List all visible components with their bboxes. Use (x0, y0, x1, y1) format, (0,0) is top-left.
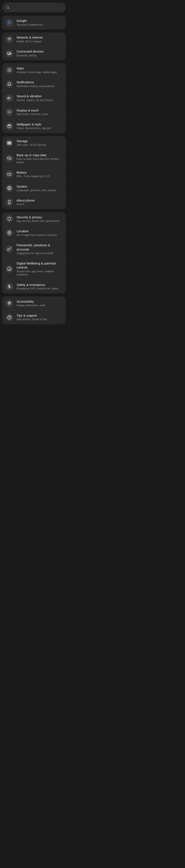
item-title: Accessibility (17, 300, 46, 304)
item-subtitle: Suggestions for sign-in & autofill (17, 252, 62, 255)
shield-icon (5, 215, 13, 223)
item-subtitle: Bluetooth, pairing (17, 54, 44, 57)
gear-icon (5, 184, 13, 192)
settings-group-security-location: Security & privacyApp security, device l… (2, 212, 66, 293)
settings-item-backup[interactable]: Back up or copy dataBack up data, bring … (2, 150, 66, 167)
item-subtitle: Mobile, Wi-Fi, hotspot (17, 40, 43, 43)
item-subtitle: Help articles, phone & chat (17, 318, 47, 321)
google-icon: G (5, 19, 13, 27)
settings-item-connected[interactable]: Connected devicesBluetooth, pairing (2, 46, 66, 60)
svg-rect-21 (8, 142, 11, 142)
settings-item-notifications[interactable]: NotificationsNotification history, conve… (2, 77, 66, 91)
storage-icon (5, 139, 13, 147)
volume-icon (5, 94, 13, 102)
svg-point-35 (9, 302, 9, 302)
settings-item-system[interactable]: SystemLanguages, gestures, time, backup (2, 181, 66, 195)
svg-point-9 (8, 70, 8, 70)
settings-item-tips[interactable]: Tips & supportHelp articles, phone & cha… (2, 310, 66, 324)
item-title: Safety & emergency (17, 283, 58, 287)
item-title: Sound & vibration (17, 94, 53, 98)
item-title: Tips & support (17, 313, 47, 318)
item-title: About phone (17, 198, 34, 203)
svg-point-11 (10, 70, 11, 70)
svg-point-28 (9, 203, 9, 204)
search-icon (6, 5, 10, 9)
svg-point-29 (9, 232, 10, 233)
item-title: Battery (17, 170, 50, 175)
item-title: Location (17, 229, 57, 233)
svg-point-6 (8, 68, 8, 69)
apps-icon (5, 66, 13, 74)
svg-point-10 (9, 70, 9, 70)
item-subtitle: 93% - Fully charged by 15:15 (17, 175, 50, 178)
svg-rect-23 (8, 144, 11, 144)
phone-icon (5, 198, 13, 206)
item-subtitle: Back up data, bring data from another de… (17, 157, 62, 164)
settings-item-passwords[interactable]: Passwords, passkeys & accountsSuggestion… (2, 240, 66, 258)
svg-point-26 (9, 188, 10, 189)
settings-item-display[interactable]: Display & touchDark theme, font size, to… (2, 105, 66, 119)
settings-item-security[interactable]: Security & privacyApp security, device l… (2, 212, 66, 226)
svg-point-8 (10, 68, 11, 69)
settings-item-storage[interactable]: Storage25% used - 95.55 GB free (2, 136, 66, 150)
svg-point-12 (8, 71, 8, 72)
svg-point-13 (9, 71, 9, 72)
safety-icon (5, 283, 13, 290)
svg-rect-22 (8, 143, 11, 143)
item-subtitle: Volume, haptics, Do Not Disturb (17, 99, 53, 102)
item-title: System (17, 184, 56, 189)
item-subtitle: Languages, gestures, time, backup (17, 189, 56, 192)
help-icon (5, 314, 13, 321)
svg-point-16 (9, 112, 10, 113)
item-title: Apps (17, 66, 57, 70)
settings-item-safety[interactable]: Safety & emergencyEmergency SOS, medical… (2, 280, 66, 293)
svg-rect-25 (8, 173, 11, 175)
settings-item-network[interactable]: Network & internetMobile, Wi-Fi, hotspot (2, 32, 66, 46)
item-subtitle: 25% used - 95.55 GB free (17, 144, 46, 147)
item-subtitle: Assistant, recent apps, default apps (17, 71, 57, 74)
battery-icon (5, 170, 13, 178)
settings-item-accessibility[interactable]: AccessibilityDisplay, interaction, audio (2, 297, 66, 310)
item-title: Wallpaper & style (17, 122, 51, 126)
svg-point-30 (8, 249, 9, 251)
svg-point-7 (9, 68, 9, 69)
item-subtitle: Screen time, app timers, bedtime schedul… (17, 270, 62, 277)
settings-item-location[interactable]: LocationOn / 9 apps have access to locat… (2, 226, 66, 240)
location-icon (5, 229, 13, 237)
wifi-icon (5, 36, 13, 43)
svg-point-0 (6, 6, 9, 8)
svg-point-18 (8, 125, 9, 126)
item-title: Display & touch (17, 108, 48, 113)
settings-item-wellbeing[interactable]: Digital Wellbeing & parental controlsScr… (2, 258, 66, 280)
item-title: Google (17, 19, 43, 23)
item-subtitle: Services & preferences (17, 23, 43, 27)
item-subtitle: Emergency SOS, medical info, alerts (17, 287, 58, 290)
wellbeing-icon (5, 265, 13, 273)
settings-group-google: GGoogleServices & preferences (2, 16, 66, 29)
svg-line-1 (8, 8, 9, 9)
accessibility-icon (5, 300, 13, 307)
settings-item-apps[interactable]: AppsAssistant, recent apps, default apps (2, 63, 66, 77)
settings-item-about[interactable]: About phonePixel 9 (2, 195, 66, 209)
bell-icon (5, 80, 13, 88)
settings-item-wallpaper[interactable]: Wallpaper & styleColors, themed icons, a… (2, 119, 66, 133)
svg-point-31 (8, 267, 11, 271)
item-title: Passwords, passkeys & accounts (17, 243, 62, 251)
settings-item-sound[interactable]: Sound & vibrationVolume, haptics, Do Not… (2, 91, 66, 105)
item-title: Network & internet (17, 35, 43, 40)
item-subtitle: Dark theme, font size, touch (17, 113, 48, 116)
svg-marker-15 (8, 97, 9, 99)
palette-icon (5, 122, 13, 130)
item-title: Storage (17, 139, 46, 143)
display-icon (5, 108, 13, 116)
settings-item-google[interactable]: GGoogleServices & preferences (2, 16, 66, 29)
item-subtitle: Colors, themed icons, app grid (17, 127, 51, 130)
item-title: Security & privacy (17, 215, 59, 219)
item-subtitle: On / 9 apps have access to location (17, 234, 57, 237)
search-bar[interactable] (2, 3, 66, 12)
svg-point-2 (9, 40, 10, 41)
settings-item-battery[interactable]: Battery93% - Fully charged by 15:15 (2, 167, 66, 181)
settings-group-network-connected: Network & internetMobile, Wi-Fi, hotspot… (2, 32, 66, 60)
item-subtitle: Pixel 9 (17, 203, 34, 206)
svg-point-20 (10, 125, 10, 126)
